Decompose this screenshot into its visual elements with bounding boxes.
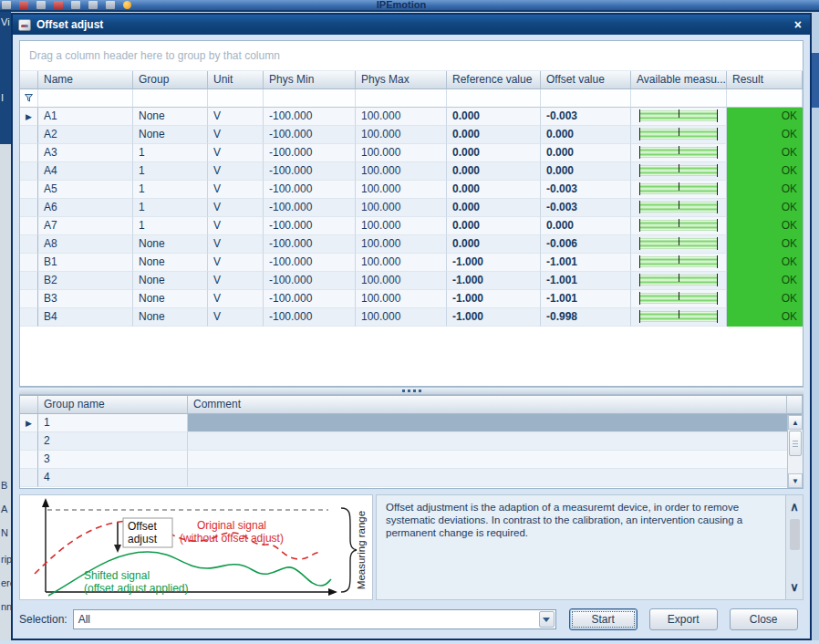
row-selector[interactable]: ▶ [20,181,38,199]
cell-unit: V [208,217,264,235]
table-row[interactable]: ▶ B1 None V -100.000 100.000 -1.000 -1.0… [20,254,803,272]
background-fragment: I [1,92,4,103]
grid-splitter[interactable] [19,387,803,395]
column-header-comment[interactable]: Comment [188,396,787,414]
cell-comment [188,451,803,469]
row-selector[interactable]: ▶ [20,290,38,308]
close-button[interactable]: Close [730,608,798,630]
cell-available-bar [631,217,727,235]
cell-reference: 0.000 [447,144,541,162]
row-selector[interactable]: ▶ [20,108,38,126]
table-row[interactable]: ▶ A1 None V -100.000 100.000 0.000 -0.00… [20,108,803,126]
row-arrow-icon: ▶ [26,112,32,121]
table-row[interactable]: ▶ A3 1 V -100.000 100.000 0.000 0.000 OK [20,144,803,162]
table-row[interactable]: ▶ A2 None V -100.000 100.000 0.000 0.000… [20,126,803,144]
column-header-group-name[interactable]: Group name [38,396,188,414]
table-row[interactable]: ▶ A6 1 V -100.000 100.000 0.000 -0.003 O… [20,199,803,217]
groups-grid-header: Group name Comment [20,396,803,414]
filter-cell[interactable] [541,89,631,108]
toolbar-icon[interactable] [36,1,46,9]
group-row[interactable]: ▶ 1 [20,414,803,432]
filter-icon-cell[interactable] [20,89,38,108]
column-header-group[interactable]: Group [133,71,208,89]
column-header-unit[interactable]: Unit [208,71,264,89]
cell-phys-min: -100.000 [264,181,356,199]
row-selector[interactable]: ▶ [20,144,38,162]
toolbar-icon[interactable] [88,1,98,9]
offset-adjust-label-1: Offset [128,520,157,533]
row-selector[interactable]: ▶ [20,126,38,144]
row-arrow-icon: ▶ [26,419,32,428]
cell-group: None [133,290,208,308]
row-selector[interactable]: ▶ [20,432,38,451]
column-header-reference[interactable]: Reference value [447,71,541,89]
scroll-up-icon[interactable]: ∧ [790,495,799,519]
cell-group-name: 3 [38,451,188,469]
row-selector[interactable]: ▶ [20,469,38,487]
start-button[interactable]: Start [569,608,638,630]
cell-group-name: 2 [38,432,188,451]
row-selector[interactable]: ▶ [20,235,38,254]
row-selector[interactable]: ▶ [20,451,38,469]
scroll-down-icon[interactable]: ▼ [788,473,803,488]
cell-unit: V [208,254,264,272]
table-row[interactable]: ▶ B4 None V -100.000 100.000 -1.000 -0.9… [20,308,803,327]
row-selector[interactable]: ▶ [20,414,38,432]
cell-reference: -1.000 [447,290,541,308]
smiley-icon[interactable] [123,1,131,9]
measurement-range-bar [639,129,718,140]
row-selector[interactable]: ▶ [20,217,38,235]
row-selector[interactable]: ▶ [20,162,38,181]
filter-cell[interactable] [727,89,803,108]
chevron-down-icon[interactable] [539,611,555,628]
table-row[interactable]: ▶ A8 None V -100.000 100.000 0.000 -0.00… [20,235,803,254]
filter-cell[interactable] [133,89,208,108]
scroll-thumb[interactable] [789,431,802,456]
close-icon[interactable]: × [792,18,804,31]
row-selector[interactable]: ▶ [20,272,38,290]
toolbar-icon[interactable] [106,1,115,9]
cell-available-bar [631,290,727,308]
group-row[interactable]: ▶ 2 [20,432,803,451]
toolbar-icon[interactable] [19,1,28,9]
filter-cell[interactable] [447,89,541,108]
row-selector[interactable]: ▶ [20,308,38,327]
filter-cell[interactable] [631,89,727,108]
filter-cell[interactable] [38,89,133,108]
original-signal-label-2: (without offset adjust) [180,532,284,545]
table-row[interactable]: ▶ A4 1 V -100.000 100.000 0.000 0.000 OK [20,162,803,181]
background-fragment: N [1,527,8,538]
background-fragment: rip [1,554,11,565]
column-header-phys-min[interactable]: Phys Min [264,71,356,89]
scroll-thumb[interactable] [790,519,800,550]
selection-dropdown[interactable]: All [73,609,556,629]
filter-cell[interactable] [264,89,356,108]
column-header-phys-max[interactable]: Phys Max [356,71,447,89]
toolbar-icon[interactable] [2,1,11,9]
export-button[interactable]: Export [649,608,718,630]
filter-cell[interactable] [356,89,447,108]
table-row[interactable]: ▶ A7 1 V -100.000 100.000 0.000 0.000 OK [20,217,803,235]
row-selector[interactable]: ▶ [20,199,38,217]
group-row[interactable]: ▶ 4 [20,469,803,487]
toolbar-icon[interactable] [71,1,80,9]
table-row[interactable]: ▶ B3 None V -100.000 100.000 -1.000 -1.0… [20,290,803,308]
column-header-offset[interactable]: Offset value [541,71,631,89]
group-by-hint[interactable]: Drag a column header here to group by th… [20,41,803,71]
filter-cell[interactable] [208,89,264,108]
column-header-available[interactable]: Available measu... [631,71,727,89]
scroll-down-icon[interactable]: ∨ [790,576,799,599]
column-header-name[interactable]: Name [38,71,133,89]
header-stub [787,396,803,414]
row-selector[interactable]: ▶ [20,254,38,272]
toolbar-icon[interactable] [54,1,63,9]
dialog-titlebar[interactable]: Offset adjust × [13,15,810,35]
app-title: IPEmotion [328,0,474,10]
cell-group: 1 [133,181,208,199]
cell-unit: V [208,181,264,199]
table-row[interactable]: ▶ B2 None V -100.000 100.000 -1.000 -1.0… [20,272,803,290]
group-row[interactable]: ▶ 3 [20,451,803,469]
scroll-up-icon[interactable]: ▲ [788,415,803,430]
column-header-result[interactable]: Result [727,71,803,89]
table-row[interactable]: ▶ A5 1 V -100.000 100.000 0.000 -0.003 O… [20,181,803,199]
